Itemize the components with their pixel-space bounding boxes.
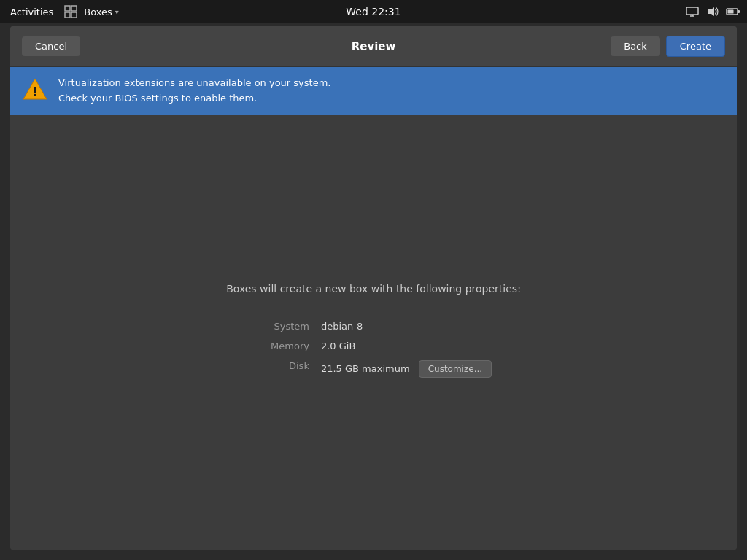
app-icon bbox=[63, 4, 78, 19]
battery-icon[interactable] bbox=[725, 4, 741, 20]
topbar: Activities Boxes ▾ Wed 22:31 bbox=[0, 0, 747, 23]
cancel-button[interactable]: Cancel bbox=[22, 36, 80, 56]
app-title-bar[interactable]: Boxes ▾ bbox=[84, 7, 119, 18]
activities-button[interactable]: Activities bbox=[6, 5, 58, 19]
dialog-header: Cancel Review Back Create bbox=[10, 26, 737, 67]
topbar-left: Activities Boxes ▾ bbox=[6, 4, 119, 19]
topbar-datetime: Wed 22:31 bbox=[346, 6, 400, 18]
content-area: Boxes will create a new box with the fol… bbox=[10, 115, 737, 550]
system-label: System bbox=[255, 316, 321, 336]
warning-text: Virtualization extensions are unavailabl… bbox=[58, 76, 330, 106]
memory-value: 2.0 GiB bbox=[321, 336, 492, 356]
app-name-label: Boxes bbox=[84, 7, 112, 18]
svg-rect-9 bbox=[728, 10, 734, 14]
disk-label: Disk bbox=[255, 356, 321, 382]
svg-rect-4 bbox=[686, 7, 698, 15]
system-value: debian-8 bbox=[321, 316, 492, 336]
svg-marker-7 bbox=[708, 7, 714, 16]
sound-icon[interactable] bbox=[705, 4, 721, 20]
svg-rect-0 bbox=[65, 6, 70, 11]
create-button[interactable]: Create bbox=[666, 36, 725, 57]
warning-icon: ! bbox=[22, 76, 48, 102]
disk-value: 21.5 GB maximum Customize... bbox=[321, 356, 492, 382]
topbar-right bbox=[684, 4, 741, 20]
dialog-title: Review bbox=[352, 40, 396, 53]
svg-rect-1 bbox=[71, 6, 77, 11]
warning-banner: ! Virtualization extensions are unavaila… bbox=[10, 67, 737, 115]
svg-rect-2 bbox=[65, 12, 70, 18]
svg-text:!: ! bbox=[32, 84, 38, 99]
chevron-down-icon: ▾ bbox=[115, 8, 119, 16]
svg-rect-3 bbox=[71, 12, 77, 18]
customize-button[interactable]: Customize... bbox=[419, 360, 492, 378]
main-window: Cancel Review Back Create ! Virtualizati… bbox=[10, 26, 737, 550]
header-right-buttons: Back Create bbox=[611, 36, 725, 57]
svg-rect-10 bbox=[738, 10, 740, 13]
warning-line1: Virtualization extensions are unavailabl… bbox=[58, 76, 330, 91]
memory-label: Memory bbox=[255, 336, 321, 356]
back-button[interactable]: Back bbox=[611, 36, 660, 56]
warning-line2: Check your BIOS settings to enable them. bbox=[58, 91, 330, 106]
screen-icon[interactable] bbox=[684, 4, 700, 20]
intro-text: Boxes will create a new box with the fol… bbox=[226, 283, 521, 295]
properties-table: System debian-8 Memory 2.0 GiB Disk 21.5… bbox=[255, 316, 492, 382]
